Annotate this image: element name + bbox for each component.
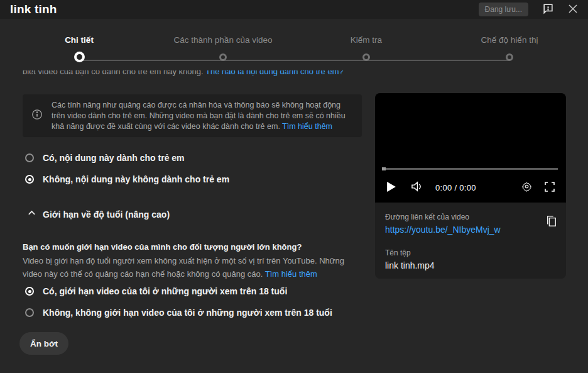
age-restriction-description: Video bị giới hạn độ tuổi người xem khôn… — [23, 254, 356, 281]
feedback-icon — [542, 3, 554, 16]
radio-circle-selected[interactable] — [25, 175, 34, 184]
upload-stepper: Chi tiết Các thành phần của video Kiểm t… — [0, 19, 588, 70]
step-dot — [506, 53, 513, 61]
saving-status-badge: Đang lưu... — [479, 3, 528, 16]
dialog-title: link tinh — [10, 3, 57, 16]
step-dot — [362, 53, 370, 61]
close-icon — [568, 4, 578, 16]
video-preview-panel: 0:00 / 0:00 — [375, 93, 566, 279]
dialog-header: link tinh Đang lưu... — [0, 0, 588, 19]
age-restriction-question: Bạn có muốn giới hạn video của mình cho … — [23, 242, 302, 252]
radio-age-restrict-no[interactable]: Không, không giới hạn video của tôi ở nh… — [25, 308, 332, 318]
fullscreen-icon — [545, 182, 555, 194]
learn-more-link[interactable]: Tìm hiểu thêm — [282, 122, 332, 131]
stepper-connector-line — [79, 60, 509, 61]
radio-circle[interactable] — [25, 153, 34, 162]
chevron-up-icon — [27, 208, 36, 220]
step-details[interactable]: Chi tiết — [16, 35, 142, 62]
gear-icon — [521, 181, 532, 194]
step-checks[interactable]: Kiểm tra — [303, 35, 429, 61]
filename-label: Tên tệp — [385, 248, 556, 257]
radio-circle-selected[interactable] — [25, 287, 34, 296]
radio-made-for-kids-no[interactable]: Không, nội dung này không dành cho trẻ e… — [25, 174, 229, 184]
radio-age-restrict-yes[interactable]: Có, giới hạn video của tôi ở những người… — [25, 286, 287, 296]
kids-info-box: Các tính năng như quảng cáo được cá nhân… — [23, 94, 362, 137]
step-dot-active — [74, 52, 85, 62]
copy-link-button[interactable] — [546, 215, 557, 230]
player-time: 0:00 / 0:00 — [435, 183, 476, 192]
details-scroll-area[interactable]: biết video của bạn có dành cho trẻ em ha… — [0, 70, 588, 373]
upload-details-dialog: link tinh Đang lưu... — [0, 0, 588, 373]
video-link-url[interactable]: https://youtu.be/_NIbyeMvj_w — [385, 225, 556, 235]
kids-info-text: Các tính năng như quảng cáo được cá nhân… — [52, 100, 352, 132]
video-info-section: Đường liên kết của video https://youtu.b… — [375, 203, 566, 279]
player-progress-bar[interactable] — [382, 168, 558, 170]
feedback-button[interactable] — [542, 3, 554, 16]
step-visibility[interactable]: Chế độ hiển thị — [447, 35, 572, 61]
radio-circle[interactable] — [25, 308, 34, 317]
kids-intro-text: biết video của bạn có dành cho trẻ em ha… — [23, 70, 344, 76]
video-player[interactable]: 0:00 / 0:00 — [375, 93, 566, 203]
age-restriction-expander[interactable]: Giới hạn về độ tuổi (nâng cao) — [27, 208, 170, 220]
video-link-label: Đường liên kết của video — [385, 213, 556, 221]
play-icon — [387, 182, 396, 194]
radio-made-for-kids-yes[interactable]: Có, nội dung này dành cho trẻ em — [25, 153, 185, 163]
kids-content-help-link[interactable]: Thế nào là nội dung dành cho trẻ em? — [205, 70, 344, 76]
fullscreen-button[interactable] — [545, 182, 555, 194]
info-icon — [31, 109, 43, 123]
show-less-button[interactable]: Ẩn bớt — [19, 332, 68, 355]
play-button[interactable] — [387, 182, 396, 194]
step-video-elements[interactable]: Các thành phần của video — [160, 35, 286, 61]
filename-value: link tinh.mp4 — [385, 260, 556, 270]
copy-icon — [546, 215, 557, 230]
player-progress-played — [382, 167, 386, 170]
volume-button[interactable] — [411, 181, 423, 194]
learn-more-link[interactable]: Tìm hiểu thêm — [265, 269, 317, 279]
close-button[interactable] — [568, 4, 578, 16]
step-dot — [219, 53, 227, 61]
settings-button[interactable] — [521, 181, 532, 194]
player-controls: 0:00 / 0:00 — [375, 176, 566, 199]
volume-icon — [411, 181, 423, 194]
